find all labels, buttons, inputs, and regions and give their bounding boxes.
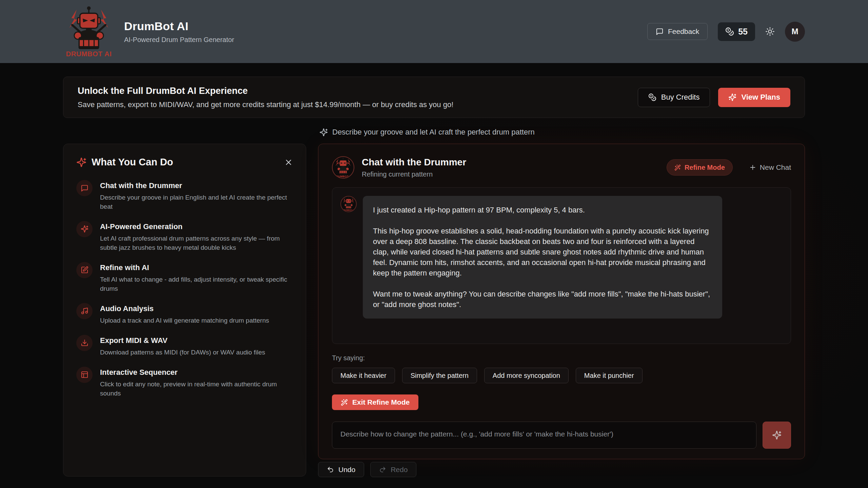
chat-column: Describe your groove and let AI craft th… xyxy=(318,127,805,477)
coins-icon xyxy=(725,27,734,36)
feature-title: Audio Analysis xyxy=(100,303,269,313)
feature-item-chat: Chat with the Drummer Describe your groo… xyxy=(76,180,293,211)
coins-icon xyxy=(648,93,656,101)
suggestion-chip-heavier[interactable]: Make it heavier xyxy=(332,368,395,383)
sparkles-icon xyxy=(772,430,782,440)
svg-text:DRUMBOT AI: DRUMBOT AI xyxy=(66,50,112,58)
feature-title: Interactive Sequencer xyxy=(100,367,290,377)
banner-title: Unlock the Full DrumBot AI Experience xyxy=(78,86,453,96)
redo-button[interactable]: Redo xyxy=(370,462,416,477)
suggestion-chip-syncopation[interactable]: Add more syncopation xyxy=(484,368,569,383)
feature-list: Chat with the Drummer Describe your groo… xyxy=(76,180,293,398)
feature-description: Click to edit any note, preview in real-… xyxy=(100,380,290,398)
exit-refine-mode-label: Exit Refine Mode xyxy=(352,398,410,406)
features-panel: What You Can Do Chat with the Drummer De… xyxy=(63,144,306,476)
redo-label: Redo xyxy=(391,466,408,474)
magic-wand-icon xyxy=(674,164,681,171)
feature-title: Chat with the Drummer xyxy=(100,180,290,190)
download-icon xyxy=(76,335,93,351)
edit-pen-icon xyxy=(76,262,93,278)
sparkles-icon xyxy=(76,157,86,167)
message-paragraph: Want me to tweak anything? You can descr… xyxy=(373,289,712,310)
feature-title: Export MIDI & WAV xyxy=(100,335,265,345)
message-bubble: I just created a Hip-hop pattern at 97 B… xyxy=(363,196,722,319)
message-paragraph: I just created a Hip-hop pattern at 97 B… xyxy=(373,205,712,215)
feature-item-export: Export MIDI & WAV Download patterns as M… xyxy=(76,335,293,357)
user-avatar[interactable]: M xyxy=(785,22,805,42)
suggestion-chip-simplify[interactable]: Simplify the pattern xyxy=(402,368,477,383)
banner-text: Unlock the Full DrumBot AI Experience Sa… xyxy=(78,86,453,109)
feature-description: Let AI craft professional drum patterns … xyxy=(100,234,290,252)
feedback-label: Feedback xyxy=(668,27,699,36)
chat-panel: DRUMBOT AI Chat with the Drummer Refinin… xyxy=(318,144,805,459)
feedback-button[interactable]: Feedback xyxy=(647,23,708,40)
sparkles-icon xyxy=(76,221,93,237)
music-note-icon xyxy=(76,303,93,319)
svg-text:DRUMBOT AI: DRUMBOT AI xyxy=(342,209,355,211)
feature-title: Refine with AI xyxy=(100,262,290,272)
credits-pill[interactable]: 55 xyxy=(718,22,755,41)
chat-bubble-icon xyxy=(76,180,93,196)
upsell-banner: Unlock the Full DrumBot AI Experience Sa… xyxy=(63,77,805,118)
features-panel-header: What You Can Do xyxy=(76,157,293,168)
credits-count: 55 xyxy=(738,27,748,37)
buy-credits-label: Buy Credits xyxy=(661,93,700,102)
header-actions: Feedback 55 M xyxy=(647,22,805,42)
view-plans-label: View Plans xyxy=(741,93,780,102)
drumbot-avatar: DRUMBOT AI xyxy=(332,156,354,179)
drumbot-avatar: DRUMBOT AI xyxy=(340,196,357,212)
undo-button[interactable]: Undo xyxy=(318,462,364,477)
sparkles-icon xyxy=(319,128,328,137)
app-title-block: DrumBot AI AI-Powered Drum Pattern Gener… xyxy=(124,20,234,44)
drumbot-app: DRUMBOT AI DrumBot AI AI-Powered Drum Pa… xyxy=(0,0,868,488)
app-subtitle: AI-Powered Drum Pattern Generator xyxy=(124,36,234,44)
chat-title: Chat with the Drummer xyxy=(362,157,659,168)
sparkles-icon xyxy=(728,93,736,101)
chat-header: DRUMBOT AI Chat with the Drummer Refinin… xyxy=(332,156,791,179)
history-controls: Undo Redo xyxy=(318,462,805,477)
sequencer-grid-icon xyxy=(76,367,93,383)
view-plans-button[interactable]: View Plans xyxy=(718,88,790,107)
close-button[interactable] xyxy=(284,158,293,167)
suggestion-chip-punchier[interactable]: Make it punchier xyxy=(576,368,643,383)
undo-icon xyxy=(327,466,334,473)
main-content: What You Can Do Chat with the Drummer De… xyxy=(63,127,805,477)
drumbot-logo: DRUMBOT AI xyxy=(63,5,115,58)
feature-description: Download patterns as MIDI (for DAWs) or … xyxy=(100,348,265,357)
app-header: DRUMBOT AI DrumBot AI AI-Powered Drum Pa… xyxy=(0,0,868,63)
messages-container: DRUMBOT AI I just created a Hip-hop patt… xyxy=(332,187,791,344)
refine-mode-label: Refine Mode xyxy=(685,164,725,171)
send-button[interactable] xyxy=(763,422,791,449)
chat-subtitle: Refining current pattern xyxy=(362,170,659,178)
features-panel-title: What You Can Do xyxy=(92,157,279,168)
redo-icon xyxy=(379,466,386,473)
feature-description: Tell AI what to change - add fills, adju… xyxy=(100,275,290,293)
undo-label: Undo xyxy=(338,466,355,474)
plus-icon xyxy=(749,164,756,171)
banner-actions: Buy Credits View Plans xyxy=(638,88,790,107)
magic-wand-icon xyxy=(341,399,348,406)
refine-mode-badge[interactable]: Refine Mode xyxy=(667,159,733,176)
feature-item-generation: AI-Powered Generation Let AI craft profe… xyxy=(76,221,293,252)
feature-title: AI-Powered Generation xyxy=(100,221,290,231)
theme-toggle-button[interactable] xyxy=(765,27,775,36)
chat-input-row xyxy=(332,422,791,449)
feature-description: Describe your groove in plain English an… xyxy=(100,193,290,211)
suggestion-chips: Make it heavier Simplify the pattern Add… xyxy=(332,368,791,383)
feature-item-refine: Refine with AI Tell AI what to change - … xyxy=(76,262,293,293)
bot-message: DRUMBOT AI I just created a Hip-hop patt… xyxy=(340,196,783,319)
try-saying-label: Try saying: xyxy=(332,354,791,362)
banner-subtitle: Save patterns, export to MIDI/WAV, and g… xyxy=(78,100,453,109)
tagline: Describe your groove and let AI craft th… xyxy=(319,128,805,137)
sun-icon xyxy=(765,27,775,36)
exit-refine-mode-button[interactable]: Exit Refine Mode xyxy=(332,394,418,410)
feature-item-sequencer: Interactive Sequencer Click to edit any … xyxy=(76,367,293,398)
new-chat-button[interactable]: New Chat xyxy=(749,163,791,171)
tagline-text: Describe your groove and let AI craft th… xyxy=(332,128,535,137)
svg-text:DRUMBOT AI: DRUMBOT AI xyxy=(334,175,352,178)
speech-bubble-icon xyxy=(656,28,664,36)
chat-input[interactable] xyxy=(332,422,756,449)
buy-credits-button[interactable]: Buy Credits xyxy=(638,88,710,107)
feature-description: Upload a track and AI will generate matc… xyxy=(100,316,269,325)
new-chat-label: New Chat xyxy=(760,163,791,171)
